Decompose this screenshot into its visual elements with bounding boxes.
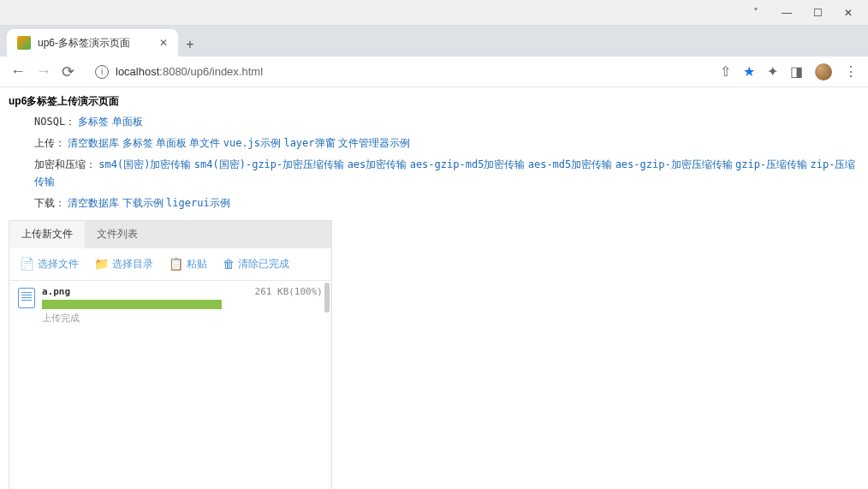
select-folder-button[interactable]: 📁 选择目录 bbox=[94, 257, 153, 271]
file-icon: 📄 bbox=[20, 257, 34, 271]
bookmark-star-icon[interactable]: ★ bbox=[743, 63, 755, 80]
link-nosql-0[interactable]: 多标签 bbox=[78, 116, 109, 128]
file-name: a.png bbox=[42, 286, 70, 297]
link-upload-6[interactable]: 文件管理器示例 bbox=[338, 137, 410, 149]
file-list: a.png 261 KB(100%) 上传完成 bbox=[9, 281, 331, 489]
upload-panel: 上传新文件 文件列表 📄 选择文件 📁 选择目录 📋 粘贴 🗑 清除已完成 bbox=[9, 220, 332, 489]
link-upload-5[interactable]: layer弹窗 bbox=[283, 137, 335, 149]
select-folder-label: 选择目录 bbox=[112, 257, 153, 271]
clear-done-button[interactable]: 🗑 清除已完成 bbox=[223, 257, 289, 271]
tab-upload-new[interactable]: 上传新文件 bbox=[9, 221, 85, 248]
site-info-icon[interactable]: i bbox=[95, 65, 109, 79]
nav-forward-button[interactable]: → bbox=[36, 63, 51, 81]
link-encrypt-2[interactable]: aes加密传输 bbox=[348, 158, 407, 170]
row-label: 加密和压缩： bbox=[34, 158, 96, 170]
tab-favicon bbox=[17, 36, 31, 50]
row-download: 下载： 清空数据库 下载示例 ligerui示例 bbox=[34, 195, 859, 212]
tab-file-list[interactable]: 文件列表 bbox=[85, 221, 150, 248]
link-encrypt-1[interactable]: sm4(国密)-gzip-加密压缩传输 bbox=[194, 158, 344, 170]
window-chevron-down[interactable]: ˅ bbox=[749, 6, 763, 20]
link-upload-1[interactable]: 多标签 bbox=[122, 137, 153, 149]
link-upload-2[interactable]: 单面板 bbox=[156, 137, 187, 149]
link-upload-4[interactable]: vue.js示例 bbox=[223, 137, 281, 149]
page-title: up6多标签上传演示页面 bbox=[9, 94, 859, 109]
file-size: 261 KB(100%) bbox=[255, 286, 323, 297]
new-tab-button[interactable]: + bbox=[178, 33, 202, 57]
link-download-1[interactable]: 下载示例 bbox=[122, 197, 163, 209]
tab-close-icon[interactable]: ✕ bbox=[159, 37, 168, 49]
progress-fill bbox=[42, 300, 222, 309]
row-label: 下载： bbox=[34, 197, 65, 209]
link-download-0[interactable]: 清空数据库 bbox=[68, 197, 119, 209]
row-upload: 上传： 清空数据库 多标签 单面板 单文件 vue.js示例 layer弹窗 文… bbox=[34, 135, 859, 152]
link-encrypt-6[interactable]: gzip-压缩传输 bbox=[735, 158, 807, 170]
link-encrypt-0[interactable]: sm4(国密)加密传输 bbox=[98, 158, 191, 170]
extensions-icon[interactable]: ✦ bbox=[767, 63, 778, 80]
paste-label: 粘贴 bbox=[187, 257, 207, 271]
file-item: a.png 261 KB(100%) 上传完成 bbox=[9, 281, 331, 330]
link-nosql-1[interactable]: 单面板 bbox=[112, 116, 143, 128]
folder-icon: 📁 bbox=[94, 257, 109, 271]
url-text: localhost:8080/up6/index.html bbox=[116, 65, 263, 78]
row-encrypt: 加密和压缩： sm4(国密)加密传输 sm4(国密)-gzip-加密压缩传输 a… bbox=[34, 157, 859, 189]
profile-avatar[interactable] bbox=[815, 63, 832, 81]
window-close[interactable]: ✕ bbox=[841, 6, 855, 20]
clear-done-label: 清除已完成 bbox=[238, 257, 289, 271]
nav-reload-button[interactable]: ⟳ bbox=[62, 63, 74, 81]
link-encrypt-3[interactable]: aes-gzip-md5加密传输 bbox=[410, 158, 526, 170]
link-encrypt-5[interactable]: aes-gzip-加密压缩传输 bbox=[615, 158, 733, 170]
tab-title: up6-多标签演示页面 bbox=[38, 36, 130, 51]
side-panel-icon[interactable]: ◨ bbox=[790, 63, 803, 80]
scrollbar-thumb[interactable] bbox=[324, 283, 330, 313]
select-file-button[interactable]: 📄 选择文件 bbox=[20, 257, 79, 271]
link-encrypt-4[interactable]: aes-md5加密传输 bbox=[528, 158, 613, 170]
url-bar[interactable]: i localhost:8080/up6/index.html bbox=[85, 60, 710, 84]
menu-icon[interactable]: ⋮ bbox=[844, 63, 858, 80]
select-file-label: 选择文件 bbox=[38, 257, 79, 271]
link-upload-3[interactable]: 单文件 bbox=[189, 137, 220, 149]
paste-icon: 📋 bbox=[169, 257, 183, 271]
link-upload-0[interactable]: 清空数据库 bbox=[68, 137, 119, 149]
share-icon[interactable]: ⇧ bbox=[720, 63, 731, 80]
browser-tab[interactable]: up6-多标签演示页面 ✕ bbox=[7, 29, 178, 57]
clear-icon: 🗑 bbox=[223, 257, 235, 271]
row-label: NOSQL： bbox=[34, 116, 75, 128]
paste-button[interactable]: 📋 粘贴 bbox=[169, 257, 207, 271]
file-type-icon bbox=[18, 288, 35, 308]
row-nosql: NOSQL： 多标签 单面板 bbox=[34, 114, 859, 130]
window-maximize[interactable]: ☐ bbox=[811, 6, 824, 20]
window-minimize[interactable]: — bbox=[780, 6, 794, 20]
row-label: 上传： bbox=[34, 137, 65, 149]
link-download-2[interactable]: ligerui示例 bbox=[166, 197, 230, 209]
file-status: 上传完成 bbox=[42, 312, 323, 325]
nav-back-button[interactable]: ← bbox=[10, 63, 26, 81]
progress-bar bbox=[42, 300, 222, 309]
